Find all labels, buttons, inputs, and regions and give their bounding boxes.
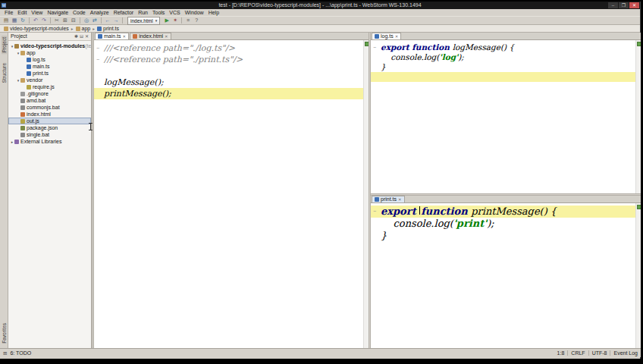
toolbar-separator — [181, 17, 182, 24]
tree-item[interactable]: package.json — [8, 124, 91, 131]
save-all-icon[interactable]: ▦ — [11, 17, 18, 24]
code-line: −///<reference path="./print.ts"/> — [94, 54, 369, 65]
code-line: logMessage(); — [94, 77, 369, 88]
close-button[interactable]: ✕ — [629, 2, 639, 8]
menu-window[interactable]: Window — [183, 9, 206, 16]
error-stripe-scrollbar[interactable] — [635, 40, 641, 193]
line-separator-indicator[interactable]: CRLF — [571, 350, 585, 356]
menu-run[interactable]: Run — [136, 9, 150, 16]
tree-item[interactable]: amd.bat — [8, 97, 91, 104]
code-editor[interactable]: −///<reference path="./log.ts"/>−///<ref… — [94, 40, 369, 99]
menu-analyze[interactable]: Analyze — [88, 9, 111, 16]
menu-file[interactable]: File — [2, 9, 15, 16]
todo-toolwindow-button[interactable]: 6: TODO — [10, 350, 31, 356]
code-token: } — [381, 62, 386, 71]
fold-icon[interactable]: − — [373, 42, 376, 52]
status-separator — [567, 350, 568, 356]
menu-view[interactable]: View — [29, 9, 45, 16]
tab-index.html[interactable]: index.html✕ — [130, 33, 171, 39]
tree-item[interactable]: ▾app — [8, 49, 91, 56]
collapse-all-icon[interactable]: ⊟ — [80, 33, 83, 40]
stripe-button-structure[interactable]: Structure — [2, 61, 7, 84]
hide-panel-icon[interactable]: ✕ — [85, 33, 89, 40]
tree-item[interactable]: single.bat — [8, 131, 91, 138]
close-tab-icon[interactable]: ✕ — [123, 33, 127, 39]
stripe-button-project[interactable]: Project — [2, 36, 7, 54]
tree-item-label: External Libraries — [20, 139, 61, 144]
fold-icon[interactable]: − — [96, 42, 99, 54]
undo-icon[interactable]: ↶ — [32, 17, 39, 24]
encoding-indicator[interactable]: UTF-8 — [592, 350, 607, 356]
menu-refactor[interactable]: Refactor — [111, 9, 136, 16]
cut-icon[interactable]: ✂ — [53, 17, 61, 24]
help-icon[interactable]: ? — [193, 17, 200, 24]
tree-item-label: package.json — [27, 125, 58, 130]
tree-item-label: video-typescript-modules — [20, 43, 85, 49]
back-icon[interactable]: ← — [104, 17, 111, 24]
toolbar-separator — [122, 17, 123, 24]
find-icon[interactable]: ◎ — [83, 17, 90, 24]
title-bar: W test - [D:\REPOS\video-typescript-modu… — [0, 2, 640, 9]
close-tab-icon[interactable]: ✕ — [395, 33, 399, 39]
tree-item[interactable]: out.js — [8, 118, 91, 124]
tree-item[interactable]: .gitignore — [8, 90, 91, 97]
menu-code[interactable]: Code — [71, 9, 88, 16]
tab-label: index.html — [139, 33, 163, 39]
stripe-button-favorites[interactable]: Favorites — [2, 322, 7, 345]
tree-item[interactable]: ▸External Libraries — [8, 138, 91, 145]
tree-item[interactable]: ▾video-typescript-modules (test) — [8, 42, 91, 49]
tab-main.ts[interactable]: main.ts✕ — [95, 33, 129, 39]
menu-tools[interactable]: Tools — [150, 9, 167, 16]
run-icon[interactable]: ▶ — [163, 17, 171, 24]
forward-icon[interactable]: → — [112, 17, 120, 24]
settings-icon[interactable]: ≡ — [184, 17, 192, 24]
tree-item[interactable]: log.ts — [8, 56, 91, 63]
tool-window-quick-access-icon[interactable]: ⊞ — [3, 350, 7, 356]
tree-item[interactable]: print.ts — [8, 70, 91, 77]
copy-icon[interactable]: ⊞ — [61, 17, 69, 24]
menu-vcs[interactable]: VCS — [167, 9, 182, 16]
minimize-button[interactable]: – — [608, 2, 618, 8]
tree-item[interactable]: index.html — [8, 111, 91, 118]
tree-item[interactable]: ▾vendor — [8, 77, 91, 83]
tree-item-label: main.ts — [33, 64, 50, 69]
tree-item[interactable]: commonjs.bat — [8, 104, 91, 111]
paste-icon[interactable]: ⊟ — [70, 17, 77, 24]
code-editor[interactable]: −export function printMessage() { consol… — [371, 203, 641, 242]
code-token: 'print' — [453, 218, 487, 229]
caret-position-indicator[interactable]: 1:8 — [557, 350, 565, 356]
project-panel-icons: ✱⊟✕ — [74, 33, 89, 40]
ts-file-icon — [375, 34, 379, 39]
fold-icon[interactable]: − — [373, 206, 376, 218]
settings-icon[interactable]: ✱ — [74, 33, 78, 40]
redo-icon[interactable]: ↷ — [40, 17, 48, 24]
event-log-button[interactable]: Event Log — [613, 350, 638, 356]
code-editor[interactable]: −export function logMessage() { console.… — [371, 40, 641, 82]
bat-icon — [20, 105, 25, 110]
menu-help[interactable]: Help — [206, 9, 221, 16]
sync-icon[interactable]: ↻ — [19, 17, 27, 24]
maximize-button[interactable]: ❐ — [619, 2, 629, 8]
debug-icon[interactable]: ✶ — [171, 17, 179, 24]
tab-log.ts[interactable]: log.ts✕ — [372, 33, 401, 39]
menu-edit[interactable]: Edit — [15, 9, 29, 16]
breadcrumb-item-video-typescript-modules[interactable]: video-typescript-modules — [4, 25, 69, 33]
open-icon[interactable]: ▤ — [2, 17, 10, 24]
menu-navigate[interactable]: Navigate — [45, 9, 71, 16]
tree-item-label: vendor — [27, 77, 42, 83]
breadcrumb-item-app[interactable]: app — [76, 25, 91, 33]
tab-print.ts[interactable]: print.ts✕ — [372, 196, 405, 202]
run-config-select[interactable]: index.html▾ — [127, 17, 160, 25]
breadcrumb-item-print.ts[interactable]: print.ts — [97, 25, 119, 33]
close-tab-icon[interactable]: ✕ — [398, 196, 402, 202]
replace-icon[interactable]: ⇄ — [91, 17, 99, 24]
tree-item-label: app — [27, 50, 36, 55]
error-stripe-scrollbar[interactable] — [635, 203, 641, 348]
error-stripe-scrollbar[interactable] — [363, 40, 369, 348]
inspection-ok-indicator — [637, 42, 641, 46]
close-tab-icon[interactable]: ✕ — [165, 33, 168, 39]
fold-icon[interactable]: − — [96, 54, 99, 65]
tree-item[interactable]: main.ts — [8, 63, 91, 70]
tree-item[interactable]: require.js — [8, 83, 91, 90]
bat-icon — [20, 133, 25, 137]
